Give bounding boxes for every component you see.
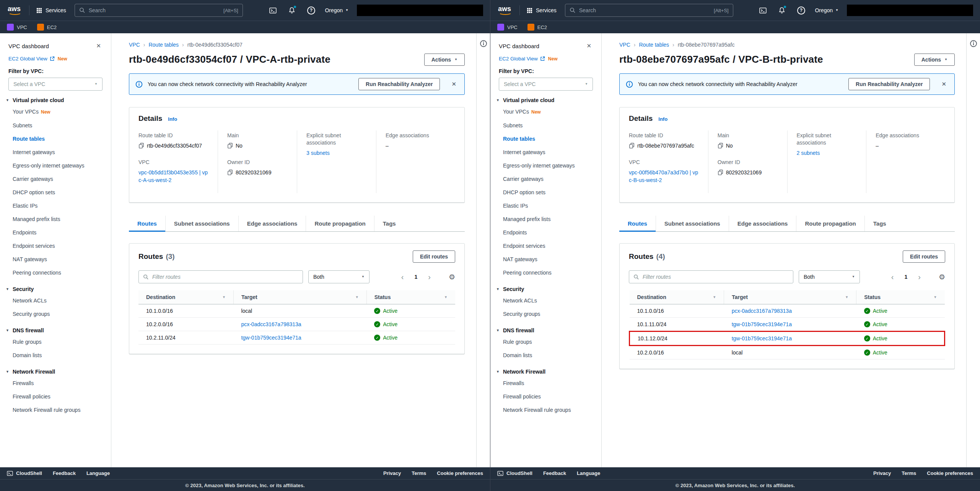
tab[interactable]: Tags xyxy=(374,216,404,231)
details-info-link[interactable]: Info xyxy=(168,116,177,122)
sidebar-nav-item[interactable]: Network ACLs xyxy=(490,294,601,307)
account-menu-redacted[interactable] xyxy=(847,5,973,16)
privacy-link[interactable]: Privacy xyxy=(873,470,891,476)
sidebar-nav-item[interactable]: Route tables xyxy=(0,132,111,146)
next-page-button[interactable]: › xyxy=(425,273,433,281)
route-row[interactable]: 10.1.0.0/16 local ✓ Active xyxy=(138,304,455,318)
language-button[interactable]: Language xyxy=(86,470,110,476)
previous-page-button[interactable]: ‹ xyxy=(399,273,407,281)
breadcrumb-link[interactable]: Route tables xyxy=(148,42,179,48)
route-row[interactable]: 10.1.11.0/24 tgw-01b759cec3194e71a ✓ Act… xyxy=(630,318,945,332)
notifications-button[interactable] xyxy=(777,5,787,16)
sidebar-nav-item[interactable]: Endpoint services xyxy=(490,239,601,253)
favorite-service-shortcut[interactable]: VPC xyxy=(497,24,518,31)
column-header[interactable]: Target▼ xyxy=(724,290,856,304)
region-selector[interactable]: Oregon ▼ xyxy=(815,7,838,13)
next-page-button[interactable]: › xyxy=(915,273,923,281)
sidebar-nav-item[interactable]: DHCP option sets xyxy=(490,186,601,199)
language-button[interactable]: Language xyxy=(577,470,600,476)
route-target[interactable]: local xyxy=(732,350,743,356)
sidebar-nav-item[interactable]: Managed prefix lists xyxy=(490,213,601,226)
cloudshell-button[interactable] xyxy=(757,5,768,16)
info-panel-toggle-button[interactable] xyxy=(479,39,488,49)
vpc-link[interactable]: vpc-00f56b470a7a3d7b0 | vpc-B-us-west-2 xyxy=(629,169,699,184)
actions-button[interactable]: Actions ▼ xyxy=(424,54,465,66)
route-target[interactable]: local xyxy=(241,308,252,314)
cloudshell-footer-button[interactable]: CloudShell xyxy=(497,470,532,476)
tab[interactable]: Route propagation xyxy=(796,216,864,231)
services-menu-button[interactable]: Services xyxy=(36,6,67,15)
sidebar-nav-item[interactable]: Endpoints xyxy=(0,226,111,239)
sidebar-nav-item[interactable]: Rule groups xyxy=(0,335,111,349)
sidebar-nav-item[interactable]: Network ACLs xyxy=(0,294,111,307)
terms-link[interactable]: Terms xyxy=(412,470,426,476)
copy-icon[interactable] xyxy=(718,169,723,175)
filter-routes-input[interactable] xyxy=(643,274,789,280)
copy-icon[interactable] xyxy=(227,169,233,175)
aws-logo[interactable]: aws xyxy=(7,5,23,16)
sidebar-nav-item[interactable]: Subnets xyxy=(0,119,111,132)
actions-button[interactable]: Actions ▼ xyxy=(914,54,955,66)
tab[interactable]: Tags xyxy=(864,216,895,231)
search-input[interactable] xyxy=(579,7,710,13)
sidebar-nav-item[interactable]: Peering connections xyxy=(490,266,601,280)
route-row[interactable]: 10.2.11.0/24 tgw-01b759cec3194e71a ✓ Act… xyxy=(138,331,455,345)
sidebar-nav-item[interactable]: Firewalls xyxy=(490,377,601,390)
run-reachability-analyzer-button[interactable]: Run Reachability Analyzer xyxy=(848,78,930,90)
copy-icon[interactable] xyxy=(718,143,723,148)
route-row[interactable]: 10.1.0.0/16 pcx-0adcc3167a798313a ✓ Acti… xyxy=(630,304,945,318)
column-header[interactable]: Status▼ xyxy=(366,290,455,304)
help-button[interactable]: ? xyxy=(306,5,316,16)
section-security[interactable]: ▼ Security xyxy=(0,286,111,292)
route-target[interactable]: tgw-01b759cec3194e71a xyxy=(241,335,301,341)
section-network-firewall[interactable]: ▼ Network Firewall xyxy=(0,369,111,375)
section-virtual-private-cloud[interactable]: ▼ Virtual private cloud xyxy=(0,97,111,103)
route-target[interactable]: tgw-01b759cec3194e71a xyxy=(732,321,792,327)
column-header[interactable]: Target▼ xyxy=(233,290,366,304)
sidebar-nav-item[interactable]: Endpoints xyxy=(490,226,601,239)
sidebar-nav-item[interactable]: Internet gateways xyxy=(0,146,111,159)
copy-icon[interactable] xyxy=(227,143,233,148)
sidebar-nav-item[interactable]: DHCP option sets xyxy=(0,186,111,199)
route-row[interactable]: 10.2.0.0/16 pcx-0adcc3167a798313a ✓ Acti… xyxy=(138,318,455,331)
filter-routes-input[interactable] xyxy=(152,274,298,280)
cloudshell-footer-button[interactable]: CloudShell xyxy=(7,470,42,476)
sidebar-nav-item[interactable]: Peering connections xyxy=(0,266,111,280)
sidebar-nav-item[interactable]: NAT gateways xyxy=(490,253,601,266)
run-reachability-analyzer-button[interactable]: Run Reachability Analyzer xyxy=(358,78,440,90)
favorite-service-shortcut[interactable]: VPC xyxy=(7,24,27,31)
sidebar-nav-item[interactable]: Network Firewall rule groups xyxy=(0,403,111,417)
column-header[interactable]: Destination▼ xyxy=(630,290,724,304)
sidebar-nav-item[interactable]: Firewall policies xyxy=(490,390,601,403)
section-dns-firewall[interactable]: ▼ DNS firewall xyxy=(0,327,111,333)
breadcrumb-link[interactable]: Route tables xyxy=(639,42,669,48)
search-input[interactable] xyxy=(89,7,220,13)
vpc-filter-select[interactable]: Select a VPC ▼ xyxy=(499,78,593,91)
edit-routes-button[interactable]: Edit routes xyxy=(413,250,455,263)
services-menu-button[interactable]: Services xyxy=(526,6,557,15)
route-scope-select[interactable]: Both ▼ xyxy=(308,270,370,283)
tab[interactable]: Subnet associations xyxy=(165,216,238,231)
tab[interactable]: Edge associations xyxy=(238,216,306,231)
copy-icon[interactable] xyxy=(629,143,635,148)
route-row[interactable]: 10.1.12.0/24 tgw-01b759cec3194e71a ✓ Act… xyxy=(630,332,945,346)
feedback-button[interactable]: Feedback xyxy=(543,470,566,476)
column-header[interactable]: Destination▼ xyxy=(138,290,233,304)
sidebar-nav-item[interactable]: Elastic IPs xyxy=(490,199,601,213)
section-virtual-private-cloud[interactable]: ▼ Virtual private cloud xyxy=(490,97,601,103)
sidebar-nav-item[interactable]: NAT gateways xyxy=(0,253,111,266)
sidebar-nav-item[interactable]: Endpoint services xyxy=(0,239,111,253)
route-target[interactable]: pcx-0adcc3167a798313a xyxy=(732,308,792,314)
sidebar-close-button[interactable]: ✕ xyxy=(585,42,593,50)
global-search-box[interactable]: [Alt+S] xyxy=(75,4,243,17)
subnet-associations-link[interactable]: 3 subnets xyxy=(306,149,330,157)
sidebar-close-button[interactable]: ✕ xyxy=(94,42,103,50)
section-network-firewall[interactable]: ▼ Network Firewall xyxy=(490,369,601,375)
tab[interactable]: Edge associations xyxy=(729,216,796,231)
sidebar-nav-item[interactable]: Security groups xyxy=(0,307,111,321)
route-target[interactable]: tgw-01b759cec3194e71a xyxy=(732,335,792,341)
ec2-global-view-link[interactable]: EC2 Global View xyxy=(8,56,47,62)
breadcrumb-link[interactable]: VPC xyxy=(129,42,140,48)
tab[interactable]: Route propagation xyxy=(306,216,374,231)
route-row[interactable]: 10.2.0.0/16 local ✓ Active xyxy=(630,346,945,359)
